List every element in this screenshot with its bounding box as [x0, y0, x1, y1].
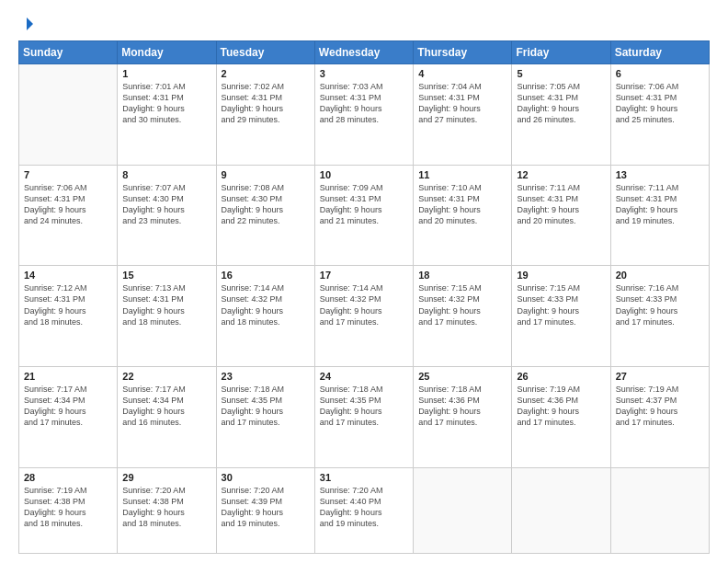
calendar-cell: 30Sunrise: 7:20 AMSunset: 4:39 PMDayligh… — [216, 467, 314, 554]
calendar-cell: 22Sunrise: 7:17 AMSunset: 4:34 PMDayligh… — [118, 366, 216, 467]
day-number: 2 — [222, 68, 310, 79]
day-info: Sunrise: 7:18 AMSunset: 4:36 PMDaylight:… — [418, 384, 506, 429]
day-number: 11 — [418, 169, 506, 180]
day-info: Sunrise: 7:20 AMSunset: 4:40 PMDaylight:… — [320, 485, 408, 530]
day-number: 18 — [418, 270, 506, 281]
weekday-header-thursday: Thursday — [414, 41, 512, 64]
calendar-cell: 19Sunrise: 7:15 AMSunset: 4:33 PMDayligh… — [512, 266, 610, 367]
day-info: Sunrise: 7:08 AMSunset: 4:30 PMDaylight:… — [222, 182, 310, 227]
day-info: Sunrise: 7:12 AMSunset: 4:31 PMDaylight:… — [24, 282, 112, 327]
calendar-cell — [19, 64, 118, 166]
day-info: Sunrise: 7:16 AMSunset: 4:33 PMDaylight:… — [616, 282, 704, 327]
day-info: Sunrise: 7:06 AMSunset: 4:31 PMDaylight:… — [616, 81, 704, 126]
day-number: 28 — [24, 472, 112, 483]
calendar-cell: 7Sunrise: 7:06 AMSunset: 4:31 PMDaylight… — [19, 165, 118, 266]
calendar-cell: 1Sunrise: 7:01 AMSunset: 4:31 PMDaylight… — [118, 64, 216, 166]
calendar-cell: 6Sunrise: 7:06 AMSunset: 4:31 PMDaylight… — [610, 64, 709, 166]
day-number: 13 — [616, 169, 704, 180]
day-number: 29 — [122, 472, 210, 483]
weekday-header-friday: Friday — [512, 41, 610, 64]
day-number: 16 — [222, 270, 310, 281]
day-number: 8 — [122, 169, 210, 180]
calendar-cell: 15Sunrise: 7:13 AMSunset: 4:31 PMDayligh… — [118, 266, 216, 367]
day-number: 10 — [320, 169, 408, 180]
weekday-header-sunday: Sunday — [19, 41, 118, 64]
calendar-cell: 12Sunrise: 7:11 AMSunset: 4:31 PMDayligh… — [512, 165, 610, 266]
svg-marker-0 — [27, 17, 33, 30]
day-number: 22 — [122, 371, 210, 382]
day-number: 12 — [517, 169, 605, 180]
day-number: 23 — [222, 371, 310, 382]
day-number: 30 — [222, 472, 310, 483]
day-info: Sunrise: 7:17 AMSunset: 4:34 PMDaylight:… — [24, 384, 112, 429]
calendar-cell: 28Sunrise: 7:19 AMSunset: 4:38 PMDayligh… — [19, 467, 118, 554]
calendar-cell: 16Sunrise: 7:14 AMSunset: 4:32 PMDayligh… — [216, 266, 314, 367]
calendar-cell: 14Sunrise: 7:12 AMSunset: 4:31 PMDayligh… — [19, 266, 118, 367]
calendar-cell — [512, 467, 610, 554]
calendar-cell: 8Sunrise: 7:07 AMSunset: 4:30 PMDaylight… — [118, 165, 216, 266]
day-info: Sunrise: 7:14 AMSunset: 4:32 PMDaylight:… — [222, 282, 310, 327]
calendar-table: SundayMondayTuesdayWednesdayThursdayFrid… — [18, 40, 710, 554]
day-info: Sunrise: 7:18 AMSunset: 4:35 PMDaylight:… — [222, 384, 310, 429]
week-row-3: 14Sunrise: 7:12 AMSunset: 4:31 PMDayligh… — [19, 266, 710, 367]
calendar-cell: 2Sunrise: 7:02 AMSunset: 4:31 PMDaylight… — [216, 64, 314, 166]
day-number: 1 — [122, 68, 210, 79]
day-info: Sunrise: 7:03 AMSunset: 4:31 PMDaylight:… — [320, 81, 408, 126]
day-info: Sunrise: 7:11 AMSunset: 4:31 PMDaylight:… — [616, 182, 704, 227]
weekday-header-monday: Monday — [118, 41, 216, 64]
calendar-cell: 18Sunrise: 7:15 AMSunset: 4:32 PMDayligh… — [414, 266, 512, 367]
calendar-cell: 25Sunrise: 7:18 AMSunset: 4:36 PMDayligh… — [414, 366, 512, 467]
day-info: Sunrise: 7:19 AMSunset: 4:38 PMDaylight:… — [24, 485, 112, 530]
calendar-cell: 31Sunrise: 7:20 AMSunset: 4:40 PMDayligh… — [314, 467, 413, 554]
day-info: Sunrise: 7:15 AMSunset: 4:32 PMDaylight:… — [418, 282, 506, 327]
calendar-cell: 20Sunrise: 7:16 AMSunset: 4:33 PMDayligh… — [610, 266, 709, 367]
calendar-cell: 4Sunrise: 7:04 AMSunset: 4:31 PMDaylight… — [414, 64, 512, 166]
day-number: 7 — [24, 169, 112, 180]
week-row-4: 21Sunrise: 7:17 AMSunset: 4:34 PMDayligh… — [19, 366, 710, 467]
day-number: 26 — [517, 371, 605, 382]
day-info: Sunrise: 7:06 AMSunset: 4:31 PMDaylight:… — [24, 182, 112, 227]
day-number: 15 — [122, 270, 210, 281]
calendar-cell: 27Sunrise: 7:19 AMSunset: 4:37 PMDayligh… — [610, 366, 709, 467]
day-info: Sunrise: 7:07 AMSunset: 4:30 PMDaylight:… — [122, 182, 210, 227]
day-number: 25 — [418, 371, 506, 382]
day-info: Sunrise: 7:18 AMSunset: 4:35 PMDaylight:… — [320, 384, 408, 429]
calendar-cell: 23Sunrise: 7:18 AMSunset: 4:35 PMDayligh… — [216, 366, 314, 467]
day-number: 27 — [616, 371, 704, 382]
day-info: Sunrise: 7:20 AMSunset: 4:38 PMDaylight:… — [122, 485, 210, 530]
page: SundayMondayTuesdayWednesdayThursdayFrid… — [0, 0, 728, 563]
day-info: Sunrise: 7:19 AMSunset: 4:36 PMDaylight:… — [517, 384, 605, 429]
week-row-1: 1Sunrise: 7:01 AMSunset: 4:31 PMDaylight… — [19, 64, 710, 166]
day-info: Sunrise: 7:17 AMSunset: 4:34 PMDaylight:… — [122, 384, 210, 429]
calendar-cell: 11Sunrise: 7:10 AMSunset: 4:31 PMDayligh… — [414, 165, 512, 266]
day-number: 31 — [320, 472, 408, 483]
logo-flag-icon — [19, 17, 34, 31]
weekday-header-wednesday: Wednesday — [314, 41, 413, 64]
calendar-cell: 21Sunrise: 7:17 AMSunset: 4:34 PMDayligh… — [19, 366, 118, 467]
day-info: Sunrise: 7:10 AMSunset: 4:31 PMDaylight:… — [418, 182, 506, 227]
day-number: 21 — [24, 371, 112, 382]
day-info: Sunrise: 7:09 AMSunset: 4:31 PMDaylight:… — [320, 182, 408, 227]
day-number: 6 — [616, 68, 704, 79]
day-info: Sunrise: 7:01 AMSunset: 4:31 PMDaylight:… — [122, 81, 210, 126]
day-number: 24 — [320, 371, 408, 382]
calendar-cell: 29Sunrise: 7:20 AMSunset: 4:38 PMDayligh… — [118, 467, 216, 554]
day-info: Sunrise: 7:14 AMSunset: 4:32 PMDaylight:… — [320, 282, 408, 327]
calendar-cell: 5Sunrise: 7:05 AMSunset: 4:31 PMDaylight… — [512, 64, 610, 166]
day-number: 19 — [517, 270, 605, 281]
day-info: Sunrise: 7:11 AMSunset: 4:31 PMDaylight:… — [517, 182, 605, 227]
header — [18, 17, 710, 31]
day-info: Sunrise: 7:13 AMSunset: 4:31 PMDaylight:… — [122, 282, 210, 327]
day-info: Sunrise: 7:04 AMSunset: 4:31 PMDaylight:… — [418, 81, 506, 126]
calendar-cell: 13Sunrise: 7:11 AMSunset: 4:31 PMDayligh… — [610, 165, 709, 266]
weekday-header-row: SundayMondayTuesdayWednesdayThursdayFrid… — [19, 41, 710, 64]
calendar-cell — [610, 467, 709, 554]
week-row-2: 7Sunrise: 7:06 AMSunset: 4:31 PMDaylight… — [19, 165, 710, 266]
day-number: 14 — [24, 270, 112, 281]
day-info: Sunrise: 7:20 AMSunset: 4:39 PMDaylight:… — [222, 485, 310, 530]
day-number: 9 — [222, 169, 310, 180]
day-info: Sunrise: 7:05 AMSunset: 4:31 PMDaylight:… — [517, 81, 605, 126]
weekday-header-tuesday: Tuesday — [216, 41, 314, 64]
calendar-cell: 9Sunrise: 7:08 AMSunset: 4:30 PMDaylight… — [216, 165, 314, 266]
day-number: 5 — [517, 68, 605, 79]
